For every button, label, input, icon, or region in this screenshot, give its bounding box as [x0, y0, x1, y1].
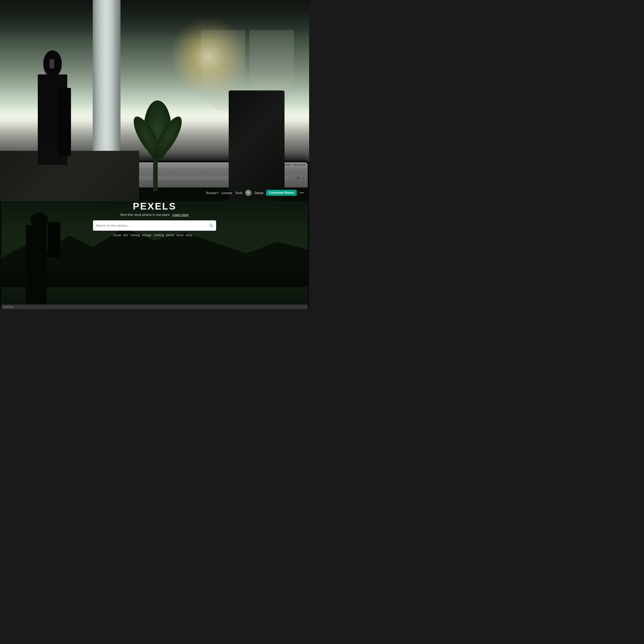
tag-meeting[interactable]: meeting — [154, 234, 164, 237]
user-name-nav[interactable]: Daniel — [254, 191, 263, 195]
browser-status-bar: Searches — [1, 305, 308, 309]
tag-phone[interactable]: phone — [166, 234, 174, 237]
tag-wood[interactable]: wood — [176, 234, 183, 237]
search-icon[interactable]: 🔍 — [209, 224, 213, 228]
more-tags-link[interactable]: more → — [185, 234, 196, 237]
hero-subtitle: Best free stock photos in one place. Lea… — [7, 213, 302, 216]
status-text: Searches — [4, 306, 13, 308]
tools-nav-item[interactable]: Tools — [235, 191, 242, 195]
website-content: Browse ▾ License Tools D Daniel Contribu… — [1, 187, 308, 305]
search-input[interactable] — [96, 224, 207, 227]
tag-vintage[interactable]: vintage — [142, 234, 151, 237]
more-options-button[interactable]: ••• — [300, 191, 304, 195]
search-box[interactable]: 🔍 — [93, 220, 216, 231]
pexels-hero: Browse ▾ License Tools D Daniel Contribu… — [1, 187, 308, 305]
license-nav-item[interactable]: License — [221, 191, 232, 195]
search-tags: house blur training vintage meeting phon… — [86, 234, 223, 237]
hero-content: PEXELS Best free stock photos in one pla… — [1, 198, 308, 241]
user-avatar-nav: D — [245, 190, 252, 196]
pexels-navbar: Browse ▾ License Tools D Daniel Contribu… — [1, 187, 308, 198]
tag-blur[interactable]: blur — [123, 234, 128, 237]
tag-house[interactable]: house — [113, 234, 121, 237]
browse-nav-item[interactable]: Browse ▾ — [206, 191, 219, 195]
contribute-photos-button[interactable]: Contribute Photos — [266, 190, 297, 196]
learn-more-link[interactable]: Learn more — [173, 213, 189, 216]
pexels-logo: PEXELS — [7, 201, 302, 212]
tag-training[interactable]: training — [131, 234, 140, 237]
